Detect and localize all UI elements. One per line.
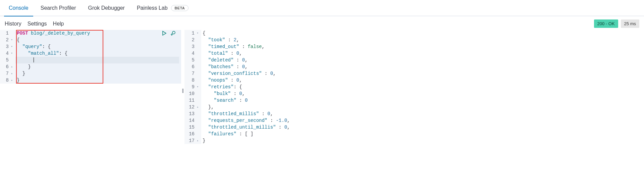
- response-editor: 1▾23456789▾101112▴1314151617▴ { "took" :…: [184, 30, 644, 144]
- code-line[interactable]: "bulk" : 0,: [201, 90, 642, 97]
- gutter-line: 15: [189, 124, 199, 131]
- code-line[interactable]: }: [201, 137, 642, 144]
- response-pane: 1▾23456789▾101112▴1314151617▴ { "took" :…: [184, 30, 644, 151]
- response-gutter: 1▾23456789▾101112▴1314151617▴: [184, 30, 201, 144]
- gutter-line: 7: [189, 70, 199, 77]
- console-subbar: History Settings Help 200 - OK 25 ms: [0, 16, 644, 30]
- tab-search-profiler[interactable]: Search Profiler: [36, 0, 81, 16]
- help-link[interactable]: Help: [53, 21, 64, 27]
- gutter-line: 12▴: [189, 104, 199, 110]
- status-area: 200 - OK 25 ms: [594, 19, 639, 28]
- history-link[interactable]: History: [5, 21, 21, 27]
- dev-tools-tabs: Console Search Profiler Grok Debugger Pa…: [0, 0, 644, 16]
- tab-painless-lab[interactable]: Painless Lab BETA: [132, 0, 193, 16]
- settings-link[interactable]: Settings: [28, 21, 47, 27]
- tab-console[interactable]: Console: [4, 0, 33, 16]
- gutter-line: 13: [189, 110, 199, 117]
- response-code[interactable]: { "took" : 2, "timed_out" : false, "tota…: [201, 30, 644, 144]
- request-gutter: 12▾3▾4▾56▴7▴8▴: [0, 30, 15, 84]
- code-line[interactable]: "retries": {: [201, 84, 642, 90]
- code-line[interactable]: "version_conflicts" : 0,: [201, 70, 642, 77]
- gutter-line: 8: [189, 77, 199, 84]
- code-line[interactable]: }: [15, 77, 179, 84]
- code-line[interactable]: },: [201, 104, 642, 110]
- gutter-line: 1▾: [189, 30, 199, 37]
- code-line[interactable]: "noops" : 0,: [201, 77, 642, 84]
- code-line[interactable]: "failures" : [ ]: [201, 131, 642, 137]
- code-line[interactable]: "throttled_until_millis" : 0,: [201, 124, 642, 131]
- code-line[interactable]: }: [15, 70, 179, 77]
- code-line[interactable]: "timed_out" : false,: [201, 43, 642, 50]
- code-line[interactable]: "match_all": {: [15, 50, 179, 57]
- gutter-line: 8▴: [4, 77, 13, 84]
- gutter-line: 3: [189, 43, 199, 50]
- gutter-line: 7▴: [4, 70, 13, 77]
- gutter-line: 10: [189, 90, 199, 97]
- code-line[interactable]: "search" : 0: [201, 97, 642, 104]
- gutter-line: 2: [189, 37, 199, 43]
- status-duration-badge: 25 ms: [621, 19, 639, 28]
- gutter-line: 4: [189, 50, 199, 57]
- request-editor[interactable]: 12▾3▾4▾56▴7▴8▴ POST blog/_delete_by_quer…: [0, 30, 181, 84]
- gutter-line: 4▾: [4, 50, 13, 57]
- console-subnav: History Settings Help: [5, 21, 64, 27]
- code-line[interactable]: "query": {: [15, 43, 179, 50]
- editor-panes: 12▾3▾4▾56▴7▴8▴ POST blog/_delete_by_quer…: [0, 30, 644, 151]
- beta-badge: BETA: [171, 5, 189, 11]
- request-code[interactable]: POST blog/_delete_by_query{ "query": { "…: [15, 30, 181, 84]
- gutter-line: 5: [189, 57, 199, 63]
- code-line[interactable]: "requests_per_second" : -1.0,: [201, 117, 642, 124]
- gutter-line: 9▾: [189, 84, 199, 90]
- gutter-line: 3▾: [4, 43, 13, 50]
- code-line[interactable]: {: [201, 30, 642, 37]
- code-line[interactable]: }: [15, 63, 179, 70]
- code-line[interactable]: "total" : 0,: [201, 50, 642, 57]
- code-line[interactable]: "took" : 2,: [201, 37, 642, 43]
- gutter-line: 2▾: [4, 37, 13, 43]
- code-line[interactable]: {: [15, 37, 179, 43]
- pane-divider[interactable]: ‖: [181, 30, 184, 151]
- gutter-line: 6: [189, 63, 199, 70]
- status-code-badge: 200 - OK: [594, 19, 618, 28]
- code-line[interactable]: "batches" : 0,: [201, 63, 642, 70]
- code-line[interactable]: "throttled_millis" : 0,: [201, 110, 642, 117]
- code-line[interactable]: [15, 57, 179, 63]
- gutter-line: 11: [189, 97, 199, 104]
- gutter-line: 6▴: [4, 63, 13, 70]
- gutter-line: 14: [189, 117, 199, 124]
- request-pane: 12▾3▾4▾56▴7▴8▴ POST blog/_delete_by_quer…: [0, 30, 181, 151]
- code-line[interactable]: POST blog/_delete_by_query: [15, 30, 179, 37]
- gutter-line: 16: [189, 131, 199, 137]
- code-line[interactable]: "deleted" : 0,: [201, 57, 642, 63]
- gutter-line: 1: [4, 30, 13, 37]
- gutter-line: 17▴: [189, 137, 199, 144]
- tab-grok-debugger[interactable]: Grok Debugger: [84, 0, 129, 16]
- gutter-line: 5: [4, 57, 13, 63]
